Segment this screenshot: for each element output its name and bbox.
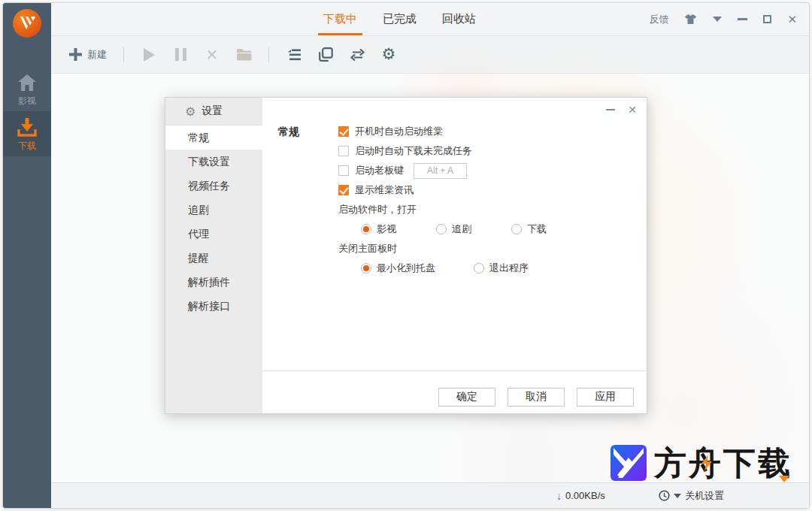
lightning-icon [701, 455, 712, 471]
settings-title: 设置 [201, 104, 223, 118]
titlebar: 下载中 已完成 回收站 反馈 ✕ [51, 3, 809, 35]
delete-task-button[interactable]: ✕ [204, 47, 220, 63]
plus-icon [69, 48, 82, 61]
settings-menu-video-tasks[interactable]: 视频任务 [165, 174, 262, 198]
home-icon [3, 74, 51, 92]
autostart-checkbox[interactable] [338, 126, 349, 137]
group-label-text: 关闭主面板时 [338, 242, 397, 256]
radio-dot [474, 263, 484, 274]
group-label-text: 启动软件时，打开 [338, 203, 417, 216]
open-folder-button[interactable] [235, 47, 252, 63]
refresh-loop-button[interactable] [349, 47, 365, 63]
boss-key-checkbox[interactable] [338, 165, 349, 176]
radio-movies[interactable]: 影视 [361, 222, 436, 236]
radio-minimize-tray[interactable]: 最小化到托盘 [361, 262, 474, 275]
tab-recycle-bin[interactable]: 回收站 [429, 3, 489, 35]
tab-bar: 下载中 已完成 回收站 [311, 3, 489, 35]
option-row: 显示维棠资讯 [262, 180, 647, 200]
download-speed: ↓ 0.00KB/s [556, 483, 605, 508]
close-button[interactable]: ✕ [787, 14, 797, 25]
settings-dialog-header: ⚙ 设置 [165, 98, 262, 125]
menu-caret-icon[interactable] [713, 17, 722, 22]
resume-unfinished-checkbox[interactable] [338, 146, 349, 156]
app-logo-icon [12, 8, 42, 38]
radio-label: 退出程序 [489, 262, 529, 275]
toolbar-divider [268, 47, 269, 62]
radio-label: 追剧 [452, 222, 471, 236]
radio-group-label: 关闭主面板时 [262, 239, 647, 259]
new-task-button[interactable]: 新建 [69, 48, 107, 62]
skin-theme-icon[interactable] [684, 14, 697, 25]
watermark-arrow-icon [779, 476, 789, 482]
cancel-button[interactable]: 取消 [508, 388, 565, 407]
tab-completed[interactable]: 已完成 [370, 3, 429, 35]
radio-dot [511, 224, 522, 234]
down-arrow-icon: ↓ [556, 490, 562, 502]
start-task-button[interactable] [141, 47, 157, 63]
dialog-controls: ✕ [606, 104, 637, 115]
settings-menu: ⚙ 设置 常规 下载设置 视频任务 追剧 代理 提醒 解析插件 解析接口 [165, 98, 262, 413]
radio-exit-program[interactable]: 退出程序 [474, 262, 529, 275]
download-speed-value: 0.00KB/s [565, 490, 605, 501]
status-bar: ↓ 0.00KB/s 关机设置 [51, 482, 809, 508]
toolbar: 新建 ✕ [51, 35, 809, 74]
radio-label: 影视 [377, 222, 396, 236]
task-list-icon [287, 48, 301, 62]
dialog-close-button[interactable]: ✕ [628, 104, 637, 115]
shutdown-caret-icon [674, 494, 681, 498]
tab-downloading[interactable]: 下载中 [311, 3, 370, 35]
task-list-button[interactable] [286, 47, 302, 63]
option-row: 启动老板键 Alt + A [262, 161, 647, 180]
radio-download[interactable]: 下载 [511, 222, 586, 236]
play-icon [144, 48, 155, 62]
settings-menu-download[interactable]: 下载设置 [165, 150, 262, 174]
radio-label: 最小化到托盘 [377, 262, 435, 275]
boss-key-input[interactable]: Alt + A [414, 163, 467, 179]
checkbox-label: 启动老板键 [355, 164, 404, 177]
sidebar: 影视 下载 [3, 3, 51, 508]
feedback-link[interactable]: 反馈 [649, 13, 668, 26]
checkbox-label: 开机时自动启动维棠 [355, 125, 443, 138]
settings-menu-parse-plugin[interactable]: 解析插件 [165, 270, 262, 294]
settings-button[interactable]: ⚙ [380, 47, 397, 63]
watermark-text: 方舟下载 [654, 447, 792, 479]
pause-task-button[interactable] [172, 47, 189, 63]
download-icon [3, 117, 51, 137]
apply-button[interactable]: 应用 [577, 388, 634, 407]
pause-icon [175, 48, 186, 61]
minimize-button[interactable] [738, 18, 747, 20]
sidebar-item-download[interactable]: 下载 [3, 111, 51, 156]
watermark: 方舟下载 [611, 445, 792, 481]
folder-icon [236, 48, 252, 61]
shutdown-settings[interactable]: 关机设置 [659, 483, 724, 508]
radio-dot [436, 224, 447, 234]
sidebar-item-label: 下载 [18, 141, 36, 151]
gear-icon: ⚙ [185, 104, 195, 119]
radio-label: 下载 [527, 222, 547, 236]
ark-logo-icon [611, 445, 647, 481]
close-panel-radio-group: 最小化到托盘 退出程序 [262, 259, 647, 278]
toolbar-divider [123, 47, 124, 62]
new-task-label: 新建 [87, 48, 107, 62]
settings-content: ✕ 常规 开机时自动启动维棠 启动时自动下载未完成任务 启动老板键 Alt + … [262, 98, 647, 413]
titlebar-controls: 反馈 ✕ [649, 3, 797, 35]
batch-copy-button[interactable] [317, 47, 334, 63]
startup-open-radio-group: 影视 追剧 下载 [262, 219, 647, 239]
show-news-checkbox[interactable] [338, 185, 349, 195]
general-settings-form: 开机时自动启动维棠 启动时自动下载未完成任务 启动老板键 Alt + A 显示维… [262, 122, 647, 278]
radio-dot [361, 263, 371, 274]
settings-menu-drama[interactable]: 追剧 [165, 198, 262, 222]
maximize-button[interactable] [763, 15, 771, 23]
dialog-minimize-button[interactable] [606, 109, 615, 110]
sidebar-item-movies[interactable]: 影视 [3, 71, 51, 111]
ok-button[interactable]: 确定 [438, 388, 495, 407]
settings-menu-parse-api[interactable]: 解析接口 [165, 294, 262, 318]
settings-menu-reminder[interactable]: 提醒 [165, 246, 262, 270]
radio-group-label: 启动软件时，打开 [262, 200, 647, 219]
settings-menu-general[interactable]: 常规 [165, 125, 262, 150]
settings-menu-proxy[interactable]: 代理 [165, 222, 262, 246]
checkbox-label: 显示维棠资讯 [355, 183, 414, 197]
option-row: 开机时自动启动维棠 [262, 122, 647, 141]
radio-drama[interactable]: 追剧 [436, 222, 511, 236]
loop-icon [350, 48, 365, 62]
